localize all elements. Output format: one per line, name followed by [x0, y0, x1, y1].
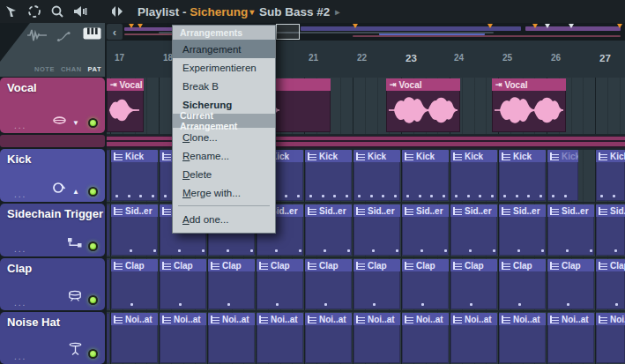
routing-icon[interactable]: [68, 235, 82, 251]
pattern-clip[interactable]: Kick: [305, 150, 352, 201]
hihat-icon[interactable]: [69, 342, 82, 359]
pattern-clip-header: Kick: [111, 150, 158, 162]
zoom-icon[interactable]: [46, 2, 69, 21]
pattern-clip[interactable]: Kick: [450, 150, 497, 201]
pattern-clip-label: Clap: [222, 261, 242, 271]
pattern-clip[interactable]: Clap: [257, 259, 303, 309]
pattern-clip-header: Clap: [111, 259, 158, 271]
mode-tab-pat[interactable]: PAT: [88, 65, 101, 73]
menu-item-merge-with[interactable]: Merge with...: [173, 183, 275, 202]
clip-start-icon: ⇥: [110, 80, 117, 89]
piano-icon[interactable]: [83, 27, 101, 43]
pattern-clip[interactable]: Noi..at: [402, 313, 449, 363]
track-mute-led[interactable]: [88, 118, 98, 128]
menu-item-break-b[interactable]: Break B: [173, 77, 275, 95]
pattern-clip[interactable]: Kick: [547, 150, 578, 201]
track-mute-led[interactable]: [88, 349, 98, 359]
pattern-clip[interactable]: Sid..er: [402, 204, 449, 256]
pattern-clip[interactable]: Clap: [160, 259, 206, 309]
track-mute-led[interactable]: [88, 241, 98, 251]
focus-circle-icon[interactable]: [23, 2, 46, 21]
kick-drum-icon[interactable]: [53, 181, 66, 197]
step-dot: [420, 249, 423, 252]
audio-clip[interactable]: ⇥Vocal: [107, 78, 144, 132]
pointer-icon[interactable]: [0, 2, 23, 21]
audio-clip-header: ⇥Vocal: [386, 78, 460, 91]
pattern-clip[interactable]: Noi..at: [499, 313, 546, 363]
pattern-name[interactable]: Sub Bass #2: [259, 5, 330, 19]
pattern-clip-label: Sid..er: [562, 206, 589, 216]
pattern-clip[interactable]: Noi..at: [353, 313, 400, 363]
pattern-clip[interactable]: Noi..at: [160, 313, 206, 363]
track-mute-led[interactable]: [88, 295, 98, 305]
pattern-clip[interactable]: Clap: [208, 259, 255, 309]
pattern-clip[interactable]: Clap: [596, 259, 625, 309]
track-caret-icon[interactable]: ▲: [72, 188, 79, 196]
pattern-clip[interactable]: Noi..at: [450, 313, 497, 363]
pattern-clip[interactable]: Clap: [353, 259, 400, 309]
track-name: Kick: [7, 152, 31, 166]
lips-icon[interactable]: [53, 112, 66, 128]
pattern-clip[interactable]: Clap: [450, 259, 497, 309]
minimap-view-rect[interactable]: [276, 24, 300, 40]
arrangement-name[interactable]: Sicherung: [190, 5, 248, 19]
snare-drum-icon[interactable]: [68, 289, 82, 305]
pattern-clip[interactable]: Clap: [402, 259, 449, 309]
track-header-sidechain-trigger[interactable]: Sidechain Trigger...: [0, 204, 105, 256]
playlist-arrow-icon[interactable]: [106, 2, 129, 21]
track-header-noise-hat[interactable]: Noise Hat...: [0, 312, 105, 364]
pattern-clip[interactable]: Clap: [111, 259, 158, 309]
pattern-clip[interactable]: Clap: [499, 259, 546, 309]
pattern-clip[interactable]: Noi..at: [257, 313, 303, 363]
menu-item-experimentieren[interactable]: Experimentieren: [173, 58, 275, 77]
track-vocal-subrow[interactable]: [0, 135, 105, 147]
pattern-clip[interactable]: Sid..er: [499, 204, 546, 256]
track-header-kick[interactable]: Kick...▲: [0, 149, 105, 202]
pattern-clip[interactable]: Noi..at: [547, 313, 594, 363]
pattern-clip[interactable]: Clap: [305, 259, 352, 309]
pattern-clip[interactable]: Kick: [499, 150, 546, 201]
menu-item-add-one[interactable]: Add one...: [173, 210, 275, 228]
mode-tab-chan[interactable]: CHAN: [61, 65, 82, 73]
automation-tool-icon[interactable]: [56, 30, 71, 46]
pattern-clip[interactable]: Kick: [402, 150, 449, 201]
track-caret-icon[interactable]: ▼: [72, 119, 79, 127]
wave-tool-icon[interactable]: [26, 28, 48, 46]
audio-clip[interactable]: ⇥Vocal: [386, 78, 460, 132]
pattern-clip[interactable]: Clap: [547, 259, 594, 309]
scroll-left-button[interactable]: ‹: [107, 24, 123, 40]
pattern-clip[interactable]: Sid..er: [353, 204, 400, 256]
pattern-clip-header: Noi..at: [596, 313, 625, 325]
pattern-clip-label: Noi..at: [174, 315, 201, 324]
speaker-icon[interactable]: [69, 2, 92, 21]
audio-clip[interactable]: ⇥Vocal: [492, 78, 566, 132]
pattern-caret-icon[interactable]: ▸: [333, 7, 341, 17]
pattern-clip[interactable]: Noi..at: [111, 313, 158, 363]
pattern-clip-header: Clap: [596, 259, 625, 271]
pattern-clip-header: Clap: [160, 259, 206, 271]
menu-item-rename[interactable]: Rename...: [173, 146, 275, 165]
pattern-clip[interactable]: Noi..at: [596, 313, 625, 363]
pattern-clip[interactable]: Sid..er: [596, 204, 625, 256]
mode-tab-note[interactable]: NOTE: [34, 65, 55, 73]
menu-item-arrangement[interactable]: Arrangement: [173, 40, 275, 58]
minimap-segment: [353, 35, 621, 37]
pattern-clip[interactable]: Noi..at: [305, 313, 352, 363]
pattern-clip[interactable]: Sid..er: [450, 204, 497, 256]
track-header-vocal[interactable]: Vocal...▼: [0, 78, 105, 133]
timeline-bar-number: 23: [406, 53, 417, 63]
menu-item-delete[interactable]: Delete: [173, 165, 275, 183]
pattern-clip[interactable]: Kick: [596, 150, 625, 201]
arrangement-caret-icon[interactable]: ▾: [248, 7, 256, 17]
pattern-clip[interactable]: Sid..er: [111, 204, 158, 256]
track-header-clap[interactable]: Clap...: [0, 258, 105, 310]
pattern-clip[interactable]: Kick: [353, 150, 400, 201]
pattern-clip[interactable]: Sid..er: [547, 204, 594, 256]
pattern-clip-label: Sid..er: [319, 206, 346, 216]
pattern-clip[interactable]: Noi..at: [208, 313, 255, 363]
pattern-clip[interactable]: Kick: [111, 150, 158, 201]
step-dot: [600, 195, 603, 197]
track-mute-led[interactable]: [88, 187, 98, 197]
pattern-clip[interactable]: Sid..er: [305, 204, 352, 256]
minimap-marker-icon: [545, 24, 550, 28]
